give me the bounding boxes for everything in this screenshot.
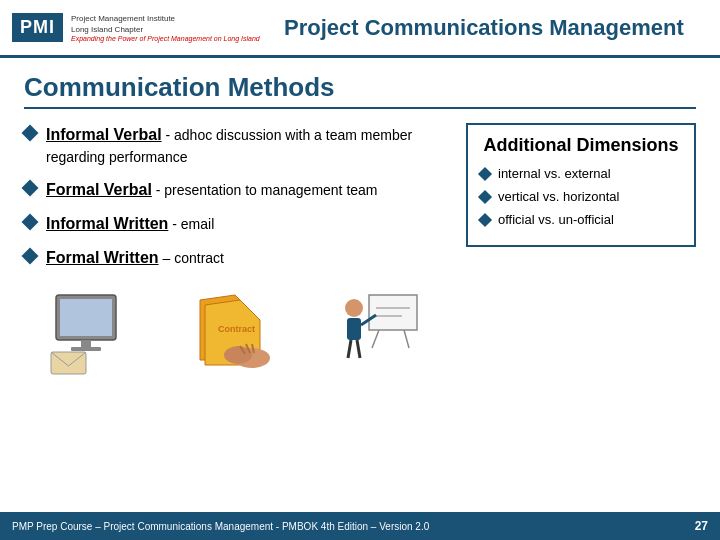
- additional-text-2: vertical vs. horizontal: [498, 189, 619, 204]
- bullet-diamond-icon: [22, 125, 39, 142]
- header-title: Project Communications Management: [260, 15, 708, 41]
- svg-rect-2: [81, 340, 91, 348]
- computer-svg: [46, 290, 136, 380]
- additional-item-2: vertical vs. horizontal: [480, 189, 682, 204]
- content-area: Informal Verbal - adhoc discussion with …: [24, 123, 696, 380]
- computer-image: [46, 290, 136, 380]
- presenter-image: [334, 290, 424, 380]
- additional-item-1: internal vs. external: [480, 166, 682, 181]
- org-tagline: Expanding the Power of Project Managemen…: [71, 35, 260, 42]
- separator-4: –: [159, 250, 175, 266]
- term-formal-written: Formal Written: [46, 249, 159, 266]
- bullet-text-2: Formal Verbal - presentation to manageme…: [46, 178, 378, 202]
- svg-line-21: [348, 340, 351, 358]
- bullet-text-1: Informal Verbal - adhoc discussion with …: [46, 123, 446, 168]
- additional-diamond-icon: [478, 213, 492, 227]
- svg-point-18: [345, 299, 363, 317]
- separator-2: -: [152, 182, 164, 198]
- bullet-text-4: Formal Written – contract: [46, 246, 224, 270]
- page-title: Communication Methods: [24, 72, 696, 109]
- org-info: Project Management Institute Long Island…: [71, 13, 260, 42]
- svg-rect-3: [71, 347, 101, 351]
- svg-text:Contract: Contract: [218, 324, 255, 334]
- svg-line-17: [404, 330, 409, 348]
- org-line2: Long Island Chapter: [71, 24, 260, 35]
- svg-line-22: [357, 340, 360, 358]
- list-item: Informal Verbal - adhoc discussion with …: [24, 123, 446, 168]
- additional-item-3: official vs. un-official: [480, 212, 682, 227]
- list-item: Formal Written – contract: [24, 246, 446, 270]
- handshake-image: Contract: [180, 290, 290, 380]
- list-item: Formal Verbal - presentation to manageme…: [24, 178, 446, 202]
- org-line1: Project Management Institute: [71, 13, 260, 24]
- bullet-text-3: Informal Written - email: [46, 212, 214, 236]
- additional-diamond-icon: [478, 167, 492, 181]
- pmi-logo: PMI: [12, 13, 63, 42]
- logo-area: PMI Project Management Institute Long Is…: [12, 13, 260, 42]
- svg-line-16: [372, 330, 379, 348]
- svg-rect-13: [369, 295, 417, 330]
- additional-dimensions-box: Additional Dimensions internal vs. exter…: [466, 123, 696, 247]
- presenter-svg: [334, 290, 424, 380]
- left-column: Informal Verbal - adhoc discussion with …: [24, 123, 446, 380]
- additional-dimensions-title: Additional Dimensions: [480, 135, 682, 156]
- bullet-diamond-icon: [22, 180, 39, 197]
- pmi-letters: PMI: [20, 17, 55, 37]
- additional-diamond-icon: [478, 190, 492, 204]
- desc-3: email: [181, 216, 214, 232]
- footer: PMP Prep Course – Project Communications…: [0, 512, 720, 540]
- right-column: Additional Dimensions internal vs. exter…: [466, 123, 696, 380]
- desc-4: contract: [174, 250, 224, 266]
- desc-2: presentation to management team: [164, 182, 377, 198]
- additional-text-1: internal vs. external: [498, 166, 611, 181]
- header: PMI Project Management Institute Long Is…: [0, 0, 720, 58]
- bullet-diamond-icon: [22, 214, 39, 231]
- svg-rect-19: [347, 318, 361, 340]
- term-informal-verbal: Informal Verbal: [46, 126, 162, 143]
- term-informal-written: Informal Written: [46, 215, 168, 232]
- additional-text-3: official vs. un-official: [498, 212, 614, 227]
- svg-rect-4: [51, 352, 86, 374]
- images-row: Contract: [24, 280, 446, 380]
- main-content: Communication Methods Informal Verbal - …: [0, 58, 720, 512]
- term-formal-verbal: Formal Verbal: [46, 181, 152, 198]
- separator-1: -: [162, 127, 174, 143]
- list-item: Informal Written - email: [24, 212, 446, 236]
- bullet-diamond-icon: [22, 248, 39, 265]
- footer-text: PMP Prep Course – Project Communications…: [12, 521, 429, 532]
- handshake-svg: Contract: [180, 290, 290, 380]
- svg-rect-1: [60, 299, 112, 336]
- footer-page-number: 27: [695, 519, 708, 533]
- separator-3: -: [168, 216, 180, 232]
